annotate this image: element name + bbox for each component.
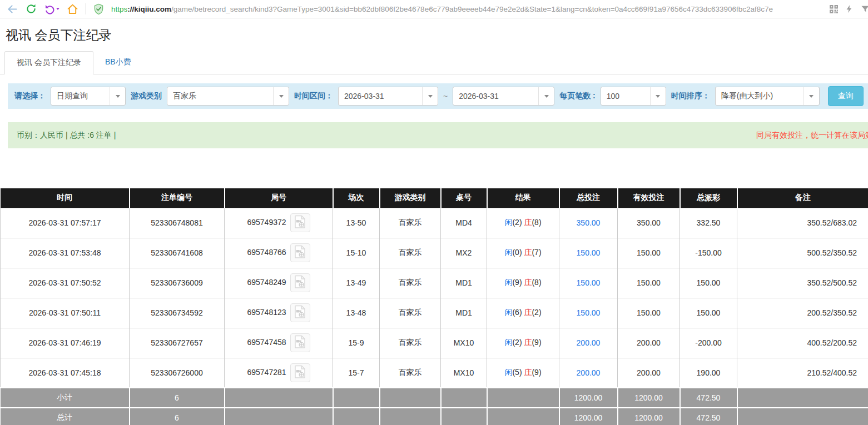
video-replay-icon xyxy=(294,245,306,261)
result-banker: 庄 xyxy=(524,278,532,287)
chevron-down-icon[interactable] xyxy=(110,87,125,105)
cell-result: 闲(0) 庄(7) xyxy=(487,238,559,268)
cell-round: 695747458 xyxy=(225,328,333,358)
subtotal-total-bet: 1200.00 xyxy=(559,388,618,408)
col-header-game-type: 游戏类别 xyxy=(380,188,441,208)
cell-payout: 190.00 xyxy=(680,358,737,388)
back-icon[interactable] xyxy=(7,3,18,15)
cell-round: 695748766 xyxy=(225,238,333,268)
home-icon[interactable] xyxy=(67,3,78,15)
lightning-icon[interactable] xyxy=(845,4,854,14)
total-label: 总计 xyxy=(1,408,130,425)
cell-time: 2026-03-31 07:53:48 xyxy=(1,238,130,268)
total-bet-link[interactable]: 150.00 xyxy=(577,278,601,287)
round-number: 695749372 xyxy=(247,218,286,227)
cell-table-no: MX10 xyxy=(441,358,487,388)
page-size-select[interactable]: 100 xyxy=(601,87,666,106)
cell-valid-bet: 200.00 xyxy=(618,358,680,388)
video-replay-button[interactable] xyxy=(290,363,310,382)
col-header-remark: 备注 xyxy=(737,188,868,208)
total-bet-link[interactable]: 200.00 xyxy=(577,338,601,347)
video-replay-button[interactable] xyxy=(290,333,310,352)
cell-table-no: MX2 xyxy=(441,238,487,268)
page-title: 视讯 会员下注纪录 xyxy=(6,27,868,44)
refresh-icon[interactable] xyxy=(26,3,37,14)
cell-result: 闲(2) 庄(9) xyxy=(487,328,559,358)
undo-dropdown-caret[interactable] xyxy=(56,8,59,10)
total-bet-link[interactable]: 200.00 xyxy=(577,368,601,377)
browser-toolbar: https://kiqiiu.com/game/betrecord_search… xyxy=(0,0,868,18)
date-to-select[interactable]: 2026-03-31 xyxy=(453,87,554,106)
cell-payout: 150.00 xyxy=(680,268,737,298)
cell-total-bet: 150.00 xyxy=(559,298,618,328)
shield-icon[interactable] xyxy=(93,3,104,15)
col-header-valid-bet: 有效投注 xyxy=(618,188,680,208)
bet-table-body: 2026-03-31 07:57:17523306748081695749372… xyxy=(1,208,868,388)
cell-valid-bet: 350.00 xyxy=(618,208,680,238)
cell-session: 13-50 xyxy=(333,208,380,238)
total-row: 总计 6 1200.00 1200.00 472.50 xyxy=(1,408,868,425)
summary-info-bar: 币别：人民币 | 总共 :6 注单 | 同局有效投注，统一计算在该局第 xyxy=(8,122,868,148)
cell-result: 闲(6) 庄(2) xyxy=(487,298,559,328)
col-header-session: 场次 xyxy=(333,188,380,208)
tab-bb-tips[interactable]: BB小费 xyxy=(93,51,143,74)
col-header-total-bet: 总投注 xyxy=(559,188,618,208)
video-replay-icon xyxy=(294,305,306,321)
game-type-select[interactable]: 百家乐 xyxy=(167,87,289,106)
search-button[interactable]: 查询 xyxy=(828,86,864,106)
date-from-select[interactable]: 2026-03-31 xyxy=(338,87,438,106)
total-bet-link[interactable]: 350.00 xyxy=(577,218,601,227)
valid-bet-notice: 同局有效投注，统一计算在该局第 xyxy=(756,131,868,141)
query-type-select[interactable]: 日期查询 xyxy=(51,87,126,106)
qr-icon[interactable] xyxy=(829,4,839,14)
result-player: 闲 xyxy=(504,308,512,317)
filter-bar: 请选择： 日期查询 游戏类别 百家乐 时间区间： 2026-03-31 ~ 20… xyxy=(8,83,868,109)
video-replay-button[interactable] xyxy=(290,243,310,262)
tab-bet-records[interactable]: 视讯 会员下注纪录 xyxy=(4,51,93,74)
col-header-bet-id: 注单编号 xyxy=(130,188,225,208)
undo-icon[interactable] xyxy=(44,3,59,14)
cell-bet-id: 523306727657 xyxy=(130,328,225,358)
cell-bet-id: 523306736009 xyxy=(130,268,225,298)
video-replay-button[interactable] xyxy=(290,213,310,232)
game-type-label: 游戏类别 xyxy=(131,91,162,101)
total-bet-link[interactable]: 150.00 xyxy=(577,248,601,257)
cell-time: 2026-03-31 07:50:52 xyxy=(1,268,130,298)
tab-bar: 视讯 会员下注纪录 BB小费 xyxy=(0,51,868,74)
url-bar[interactable]: https://kiqiiu.com/game/betrecord_search… xyxy=(111,5,822,13)
toolbar-divider xyxy=(86,3,86,14)
cell-table-no: MD1 xyxy=(441,298,487,328)
total-valid-bet: 1200.00 xyxy=(618,408,680,425)
subtotal-payout: 472.50 xyxy=(680,388,737,408)
sort-order-select[interactable]: 降幂(由大到小) xyxy=(715,87,820,106)
col-header-table-no: 桌号 xyxy=(441,188,487,208)
result-player: 闲 xyxy=(504,218,512,227)
url-host: ://kiqiiu.com xyxy=(127,5,171,13)
table-row: 2026-03-31 07:50:52523306736009695748249… xyxy=(1,268,868,298)
url-scheme: https xyxy=(111,5,127,13)
chevron-down-icon[interactable] xyxy=(273,87,289,105)
chevron-down-icon[interactable] xyxy=(538,87,554,105)
chevron-down-icon[interactable] xyxy=(650,87,666,105)
cell-remark: 200.52/350.52 xyxy=(737,298,868,328)
subtotal-count: 6 xyxy=(130,388,225,408)
date-range-tilde: ~ xyxy=(443,92,448,101)
video-replay-button[interactable] xyxy=(290,273,310,292)
cell-valid-bet: 200.00 xyxy=(618,328,680,358)
video-replay-button[interactable] xyxy=(290,303,310,322)
cell-time: 2026-03-31 07:57:17 xyxy=(1,208,130,238)
total-bet-link[interactable]: 150.00 xyxy=(577,308,601,317)
cell-payout: -150.00 xyxy=(680,238,737,268)
result-banker: 庄 xyxy=(524,248,532,257)
cell-session: 15-10 xyxy=(333,238,380,268)
result-banker: 庄 xyxy=(524,218,532,227)
cell-remark: 400.52/200.52 xyxy=(737,328,868,358)
cell-game-type: 百家乐 xyxy=(380,238,441,268)
chevron-down-icon[interactable] xyxy=(803,87,819,105)
video-replay-icon xyxy=(294,365,306,381)
chevron-down-icon[interactable] xyxy=(422,87,438,105)
page-size-label: 每页笔数 : xyxy=(559,91,596,101)
clipped-edge-icon[interactable] xyxy=(860,4,868,13)
cell-result: 闲(5) 庄(9) xyxy=(487,358,559,388)
sort-order-label: 时间排序： xyxy=(671,91,710,101)
